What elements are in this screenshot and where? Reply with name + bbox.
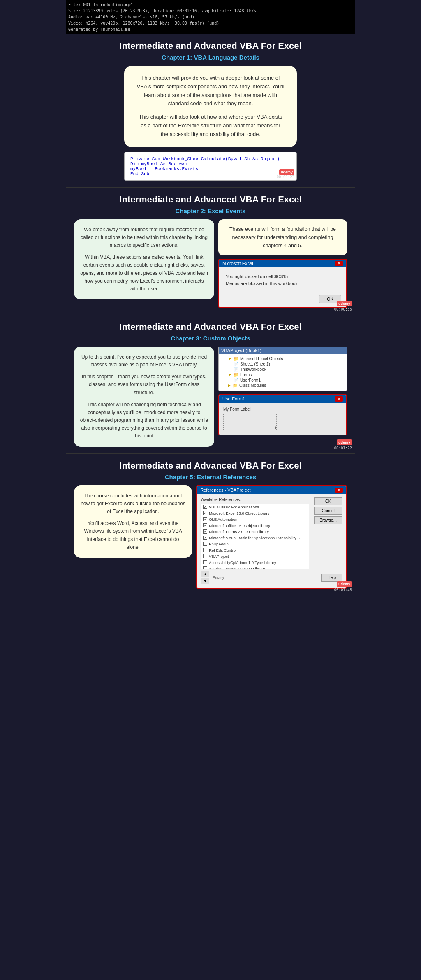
references-dialog-close-button[interactable]: ✕	[335, 488, 343, 493]
excel-dialog-titlebar: Microsoft Excel ✕	[219, 260, 346, 267]
section3-title: Intermediate and Advanced VBA For Excel	[74, 322, 347, 332]
references-list: ✓ Visual Basic For Applications ✓ Micros…	[201, 504, 309, 569]
excel-dialog-close-button[interactable]: ✕	[335, 261, 343, 266]
chapter2-left-box: We break away from routines that require…	[74, 219, 214, 300]
tree-item-userform1: 📄UserForm1	[222, 377, 343, 383]
section1-title: Intermediate and Advanced VBA For Excel	[74, 41, 347, 51]
excel-dialog-footer: OK	[219, 293, 346, 307]
section2-timestamp: 00:00:55	[334, 307, 352, 311]
section-chapter3: Intermediate and Advanced VBA For Excel …	[66, 315, 355, 453]
vba-project-box: VBAProject (Book1) ▼ 📁 Microsoft Excel O…	[218, 347, 347, 391]
section4-ts-area: udemy 00:01:48	[334, 581, 352, 592]
ref-checkbox-vbaproject	[203, 554, 207, 558]
ref-item-ole: ✓ OLE Automation	[201, 516, 309, 522]
chapter5-para1: The course concludes with information ab…	[80, 492, 186, 516]
excel-dialog-body: You right-clicked on cell $O$15 Menus ar…	[219, 267, 346, 293]
section1-logo-area: udemy 00:00:23	[277, 169, 294, 179]
section-chapter2: Intermediate and Advanced VBA For Excel …	[66, 188, 355, 315]
ref-item-forms: ✓ Microsoft Forms 2.0 Object Library	[201, 529, 309, 535]
ref-item-acrobat: Acrobat Access 3.0 Type Library	[201, 566, 309, 569]
chapter1-code-box: Private Sub Workbook_SheetCalculate(ByVa…	[124, 152, 297, 181]
priority-down-button[interactable]: ▼	[201, 578, 209, 584]
chapter2-para1: We break away from routines that require…	[80, 226, 208, 250]
references-dialog: References - VBAProject ✕ Available Refe…	[196, 485, 347, 589]
ref-checkbox-philipaddin	[203, 542, 207, 546]
chapter1-para1: This chapter will provide you with a dee…	[136, 74, 285, 108]
udemy-logo-1: udemy	[279, 169, 294, 175]
ref-checkbox-vba: ✓	[203, 505, 207, 509]
userform-close-button[interactable]: ✕	[335, 396, 343, 402]
code-line-4: End Sub	[130, 171, 291, 176]
file-info: File: 001 Introduction.mp4 Size: 2121389…	[66, 0, 355, 34]
chapter2-para2: Within VBA, these actions are called eve…	[80, 253, 208, 293]
userform-body: My Form Label +	[219, 403, 346, 435]
ref-item-excel: ✓ Microsoft Excel 15.0 Object Library	[201, 510, 309, 516]
form-label: My Form Label	[223, 407, 342, 412]
code-line-1: Private Sub Workbook_SheetCalculate(ByVa…	[130, 156, 291, 161]
form-plus-icon: +	[274, 425, 277, 431]
references-dialog-titlebar: References - VBAProject ✕	[197, 486, 346, 494]
priority-label: Priority	[213, 575, 224, 580]
section1-timestamp: 00:00:23	[277, 175, 294, 179]
udemy-logo-3: udemy	[337, 439, 352, 445]
ref-checkbox-forms: ✓	[203, 529, 207, 534]
chapter3-para3: This chapter will be challenging both te…	[80, 401, 208, 440]
references-footer: ▲ ▼ Priority Help	[197, 569, 346, 588]
priority-up-button[interactable]: ▲	[201, 571, 209, 577]
ref-checkbox-ole: ✓	[203, 517, 207, 521]
chapter2-right-column: These events will form a foundation that…	[218, 219, 347, 308]
ref-cancel-button[interactable]: Cancel	[314, 507, 342, 515]
priority-arrows: ▲ ▼	[201, 571, 209, 584]
ref-item-philipaddin: PhilipAddin	[201, 541, 309, 547]
section4-title: Intermediate and Advanced VBA For Excel	[74, 460, 347, 471]
excel-dialog: Microsoft Excel ✕ You right-clicked on c…	[218, 259, 347, 308]
ref-checkbox-acrobat	[203, 566, 207, 569]
ref-item-accessibility: AccessibilityCplAdmin 1.0 Type Library	[201, 559, 309, 566]
events-text-box: These events will form a foundation that…	[218, 219, 347, 255]
section3-ts-area: udemy 00:01:22	[334, 439, 352, 450]
chapter5-left-box: The course concludes with information ab…	[74, 485, 192, 558]
ref-ok-button[interactable]: OK	[314, 497, 342, 505]
dialog-body-line1: You right-clicked on cell $O$15	[226, 273, 340, 281]
ref-item-extensibility: ✓ Microsoft Visual Basic for Application…	[201, 535, 309, 541]
section2-ts-area: udemy 00:00:55	[334, 301, 352, 311]
chapter3-left-box: Up to this point, I've only expected you…	[74, 347, 214, 447]
udemy-logo-2: udemy	[337, 301, 352, 306]
tree-item-forms: ▼ 📁 Forms	[222, 372, 343, 377]
file-info-line1: File: 001 Introduction.mp4	[68, 2, 353, 8]
tree-item-excel-objects: ▼ 📁 Microsoft Excel Objects	[222, 356, 343, 361]
ref-browse-button[interactable]: Browse...	[314, 516, 342, 524]
udemy-logo-4: udemy	[337, 581, 352, 587]
section2-title: Intermediate and Advanced VBA For Excel	[74, 194, 347, 205]
file-info-line3: Audio: aac 44100 Hz, 2 channels, s16, 57…	[68, 14, 353, 20]
ref-item-vba: ✓ Visual Basic For Applications	[201, 504, 309, 510]
chapter1-para2: This chapter will also look at how and w…	[136, 113, 285, 138]
userform-box: UserForm1 ✕ My Form Label +	[218, 394, 347, 435]
ref-checkbox-refedit	[203, 548, 207, 552]
file-info-line5: Generated by Thumbnail.me	[68, 26, 353, 32]
ref-item-vbaproject: VBAProject	[201, 553, 309, 559]
ref-checkbox-accessibility	[203, 560, 207, 564]
ref-help-button[interactable]: Help	[321, 574, 342, 582]
code-line-2: Dim myBool As Boolean	[130, 161, 291, 166]
file-info-line4: Video: h264, yuv420p, 1280x720, 1183 kb/…	[68, 20, 353, 26]
chapter3-right-column: VBAProject (Book1) ▼ 📁 Microsoft Excel O…	[218, 347, 347, 435]
chapter3-para2: In this chapter, I teach you how to crea…	[80, 373, 208, 397]
tree-item-sheet1: 📄Sheet1 (Sheet1)	[222, 361, 343, 367]
userform-title: UserForm1	[222, 396, 245, 402]
file-info-line2: Size: 21213899 bytes (20.23 MiB), durati…	[68, 8, 353, 14]
section-chapter5: Intermediate and Advanced VBA For Excel …	[66, 454, 355, 595]
tree-item-thisworkbook: 📄ThisWorkbook	[222, 367, 343, 372]
references-buttons: OK Cancel Browse...	[314, 497, 342, 524]
ref-checkbox-extensibility: ✓	[203, 536, 207, 540]
available-references-label: Available References:	[201, 497, 309, 502]
code-line-3: myBool = Bookmarks.Exists	[130, 166, 291, 171]
vba-project-title: VBAProject (Book1)	[219, 347, 347, 354]
ref-checkbox-office: ✓	[203, 523, 207, 527]
ref-checkbox-excel: ✓	[203, 511, 207, 515]
excel-dialog-title: Microsoft Excel	[222, 261, 253, 266]
tree-item-class-modules: ▶ 📁 Class Modules	[222, 383, 343, 388]
chapter5-para2: You'll access Word, Access, and even the…	[80, 520, 186, 551]
form-dotted-box: +	[223, 414, 277, 430]
ref-item-refedit: Ref Edit Control	[201, 547, 309, 553]
